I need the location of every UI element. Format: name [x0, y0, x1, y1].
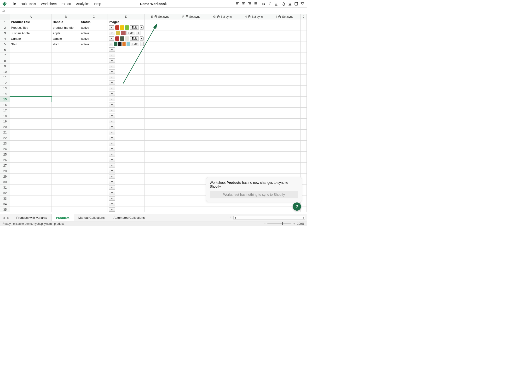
dropdown-icon[interactable]	[109, 114, 115, 118]
cell-images[interactable]	[108, 163, 145, 168]
row-head-31[interactable]: 31	[0, 185, 10, 190]
dropdown-icon[interactable]	[109, 53, 115, 57]
dropdown-icon[interactable]	[109, 69, 115, 74]
cell[interactable]	[300, 30, 306, 36]
cell[interactable]	[10, 63, 52, 69]
cell[interactable]	[80, 141, 108, 146]
dropdown-icon[interactable]	[109, 152, 115, 156]
row-head-14[interactable]: 14	[0, 91, 10, 97]
row-head-30[interactable]: 30	[0, 179, 10, 185]
cell[interactable]	[207, 135, 238, 141]
row-head-21[interactable]: 21	[0, 130, 10, 135]
cell[interactable]	[80, 97, 108, 102]
cell[interactable]	[269, 80, 300, 86]
add-image-button[interactable]: +	[140, 42, 144, 46]
cell[interactable]	[145, 63, 176, 69]
help-fab[interactable]: ?	[293, 202, 301, 211]
cell[interactable]	[238, 97, 269, 102]
dropdown-icon[interactable]	[109, 119, 115, 123]
cell[interactable]	[176, 163, 207, 168]
row-head-4[interactable]: 4	[0, 36, 10, 41]
tab-products[interactable]: Products	[52, 214, 74, 221]
cell[interactable]	[52, 146, 80, 152]
header-cell[interactable]: Handle	[52, 19, 80, 25]
cell[interactable]	[300, 168, 306, 174]
cell[interactable]	[269, 130, 300, 135]
cell-images[interactable]	[108, 75, 145, 80]
cell-images[interactable]	[108, 179, 145, 185]
cell[interactable]	[238, 25, 269, 30]
col-head-f[interactable]: F Set sync	[176, 14, 207, 19]
cell[interactable]	[80, 174, 108, 179]
cell[interactable]	[80, 168, 108, 174]
row-head-11[interactable]: 11	[0, 75, 10, 80]
cell-images[interactable]	[108, 63, 145, 69]
cell-images[interactable]	[108, 58, 145, 63]
cell[interactable]	[80, 185, 108, 190]
cell[interactable]	[80, 135, 108, 141]
cell[interactable]	[10, 91, 52, 97]
dropdown-icon[interactable]	[109, 136, 115, 140]
horizontal-scrollbar[interactable]: ◀ ▶	[233, 216, 305, 219]
align-right-icon[interactable]	[247, 1, 252, 6]
cell-status[interactable]: active	[80, 30, 108, 36]
header-cell[interactable]	[269, 19, 300, 25]
cell[interactable]	[145, 41, 176, 47]
cell[interactable]	[10, 97, 52, 102]
cell[interactable]	[300, 69, 306, 75]
cell[interactable]	[207, 157, 238, 163]
cell[interactable]	[176, 146, 207, 152]
row-head-12[interactable]: 12	[0, 80, 10, 86]
cell[interactable]	[176, 113, 207, 119]
text-color-icon[interactable]	[281, 1, 286, 6]
cell[interactable]	[269, 47, 300, 52]
cell[interactable]	[145, 124, 176, 130]
row-head-24[interactable]: 24	[0, 146, 10, 152]
dropdown-icon[interactable]	[109, 169, 115, 173]
cell-images[interactable]	[108, 141, 145, 146]
cell-handle[interactable]: product-handle	[52, 25, 80, 30]
cell[interactable]	[145, 135, 176, 141]
cell[interactable]	[145, 52, 176, 58]
cell[interactable]	[300, 113, 306, 119]
cell[interactable]	[300, 52, 306, 58]
cell[interactable]	[10, 75, 52, 80]
filter-icon[interactable]	[300, 1, 305, 6]
cell[interactable]	[10, 201, 52, 207]
col-head-c[interactable]: C	[80, 14, 108, 19]
cell[interactable]	[10, 69, 52, 75]
dropdown-icon[interactable]	[109, 130, 115, 134]
cell[interactable]	[176, 69, 207, 75]
cell[interactable]	[269, 157, 300, 163]
cell[interactable]	[238, 30, 269, 36]
cell-images[interactable]	[108, 174, 145, 179]
dropdown-icon[interactable]	[109, 81, 115, 85]
cell[interactable]	[269, 91, 300, 97]
cell[interactable]	[238, 80, 269, 86]
cell[interactable]	[300, 108, 306, 113]
cell[interactable]	[238, 63, 269, 69]
cell[interactable]	[176, 135, 207, 141]
edit-button[interactable]: Edit	[130, 25, 139, 30]
cell[interactable]	[52, 91, 80, 97]
dropdown-icon[interactable]	[109, 75, 115, 79]
cell[interactable]	[52, 102, 80, 108]
set-sync-e[interactable]: Set sync	[154, 15, 169, 18]
cell[interactable]	[10, 157, 52, 163]
tab-products-with-variants[interactable]: Products with Variants	[12, 214, 52, 221]
cell[interactable]	[10, 207, 52, 212]
cell[interactable]	[207, 207, 238, 212]
cell[interactable]	[238, 75, 269, 80]
cell-title[interactable]: Product Title	[10, 25, 52, 30]
cell[interactable]	[238, 163, 269, 168]
cell[interactable]	[238, 141, 269, 146]
dropdown-icon[interactable]	[109, 108, 115, 112]
tab-manual-collections[interactable]: Manual Collections	[74, 214, 109, 221]
menu-bulk-tools[interactable]: Bulk Tools	[21, 2, 36, 6]
cell[interactable]	[145, 168, 176, 174]
cell[interactable]	[52, 58, 80, 63]
cell-images[interactable]	[108, 135, 145, 141]
cell[interactable]	[238, 58, 269, 63]
cell-handle[interactable]: apple	[52, 30, 80, 36]
cell[interactable]	[269, 30, 300, 36]
